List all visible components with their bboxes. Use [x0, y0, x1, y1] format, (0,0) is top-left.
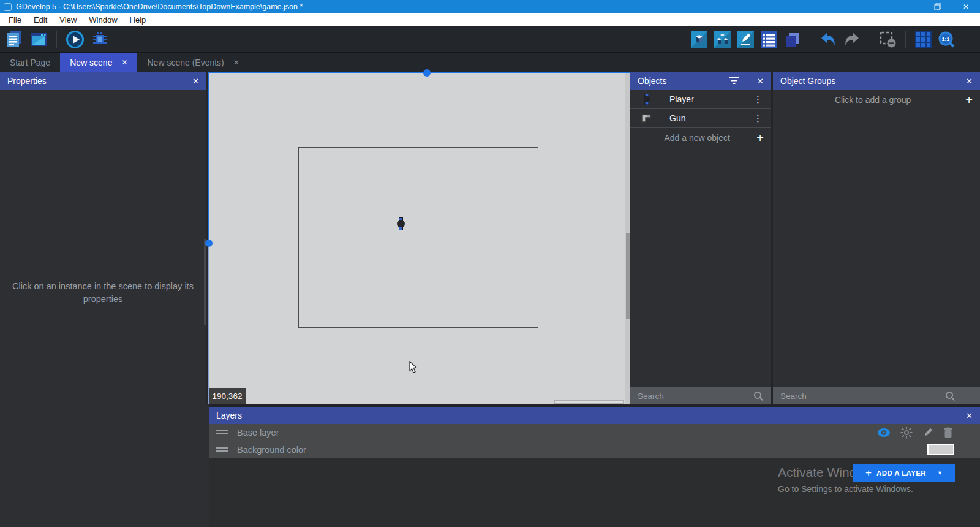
chevron-down-icon[interactable]: ▼	[937, 470, 943, 476]
menu-window[interactable]: Window	[83, 13, 123, 26]
project-manager-button[interactable]	[5, 30, 23, 48]
add-group-label: Click to add a group	[780, 95, 965, 105]
properties-empty-message: Click on an instance in the scene to dis…	[11, 280, 195, 306]
toolbar-separator	[56, 31, 57, 48]
toolbar-separator	[870, 31, 870, 48]
properties-close-icon[interactable]: ✕	[192, 77, 199, 86]
undo-icon	[820, 31, 837, 48]
layers-close-icon[interactable]: ✕	[966, 411, 973, 420]
edit-pencil-icon[interactable]	[922, 427, 933, 438]
project-manager-icon	[5, 30, 23, 48]
resize-handle-left[interactable]	[205, 240, 213, 247]
add-layer-button[interactable]: + ADD A LAYER ▼	[853, 464, 956, 482]
resize-handle-top[interactable]	[423, 69, 431, 77]
zoom-1-1-icon: 1:1	[938, 31, 956, 48]
objects-search-input[interactable]	[638, 392, 753, 401]
toggle-grid-button[interactable]	[915, 31, 932, 48]
object-row-gun[interactable]: Gun ⋮	[630, 109, 771, 128]
object-name: Player	[658, 94, 751, 104]
menu-bar: File Edit View Window Help	[0, 13, 980, 26]
canvas-horizontal-scrollbar[interactable]	[554, 400, 624, 404]
layers-panel: Layers ✕ Base layer	[209, 404, 980, 527]
toolbar-separator	[810, 31, 810, 48]
undo-button[interactable]	[820, 31, 837, 48]
toggle-object-groups-panel-button[interactable]	[714, 31, 731, 48]
canvas-vscroll-thumb[interactable]	[626, 233, 630, 319]
object-menu-icon[interactable]: ⋮	[751, 113, 765, 124]
effects-icon[interactable]	[900, 427, 913, 439]
menu-edit[interactable]: Edit	[28, 13, 53, 26]
canvas-vertical-scrollbar[interactable]	[625, 73, 630, 404]
zoom-original-button[interactable]: 1:1	[938, 31, 956, 48]
main-toolbar: 1:1	[0, 26, 980, 52]
clear-selection-button[interactable]	[880, 31, 896, 48]
game-window-frame	[298, 147, 538, 328]
preview-window-icon	[29, 30, 48, 48]
toggle-instances-list-button[interactable]	[761, 31, 777, 48]
drag-handle-icon[interactable]	[216, 430, 228, 434]
toggle-properties-panel-button[interactable]	[737, 31, 754, 48]
tab-close-icon[interactable]: ✕	[121, 58, 127, 67]
debug-button[interactable]	[91, 30, 109, 48]
restore-button[interactable]	[924, 0, 952, 13]
object-row-player[interactable]: Player ⋮	[630, 90, 771, 109]
tab-label: New scene (Events)	[147, 58, 224, 67]
groups-search-input[interactable]	[780, 392, 945, 401]
minimize-icon	[907, 7, 913, 7]
object-menu-icon[interactable]: ⋮	[751, 94, 765, 105]
menu-view[interactable]: View	[53, 13, 83, 26]
layers-panel-title: Layers	[216, 411, 959, 420]
delete-trash-icon[interactable]	[943, 427, 953, 438]
play-preview-button[interactable]	[66, 30, 85, 49]
instances-list-icon	[761, 31, 777, 48]
add-object-label: Add a new object	[638, 133, 756, 143]
scene-editor-canvas[interactable]	[206, 72, 630, 404]
add-group-row[interactable]: Click to add a group +	[773, 90, 980, 109]
gdevelop-window: GDevelop 5 - C:\Users\Sparkle\OneDrive\D…	[0, 0, 980, 527]
properties-panel-icon	[737, 31, 754, 48]
objects-panel: Objects ✕ Player ⋮	[630, 72, 771, 404]
minimize-button[interactable]	[895, 0, 924, 13]
app-icon	[4, 3, 12, 11]
player-instance[interactable]	[397, 217, 405, 231]
close-button[interactable]: ✕	[952, 0, 980, 13]
layer-row-background[interactable]: Background color	[209, 441, 980, 458]
tab-new-scene-events[interactable]: New scene (Events) ✕	[137, 53, 249, 72]
redo-button[interactable]	[843, 31, 861, 48]
tab-start-page[interactable]: Start Page	[0, 53, 60, 72]
visibility-eye-icon[interactable]	[877, 428, 891, 438]
search-icon	[753, 391, 764, 401]
add-object-plus-icon[interactable]: +	[756, 132, 764, 144]
search-icon	[945, 391, 956, 401]
objects-panel-title: Objects	[638, 76, 729, 86]
layer-row-base[interactable]: Base layer	[209, 424, 980, 441]
toolbar-separator	[905, 31, 906, 48]
toggle-layers-panel-button[interactable]	[784, 31, 801, 48]
add-object-row[interactable]: Add a new object +	[630, 128, 771, 147]
layer-actions	[877, 427, 973, 439]
toggle-objects-panel-button[interactable]	[691, 31, 707, 48]
properties-panel-header: Properties ✕	[0, 72, 206, 90]
tab-new-scene[interactable]: New scene ✕	[60, 53, 137, 72]
menu-file[interactable]: File	[2, 13, 28, 26]
object-groups-close-icon[interactable]: ✕	[966, 77, 973, 86]
restore-icon	[934, 3, 941, 10]
object-groups-panel-header: Object Groups ✕	[773, 72, 980, 90]
preview-window-button[interactable]	[29, 30, 48, 48]
object-name: Gun	[658, 113, 751, 123]
background-color-swatch[interactable]	[927, 444, 954, 455]
groups-search-bar	[773, 387, 980, 404]
filter-icon[interactable]	[729, 77, 739, 85]
drag-handle-icon[interactable]	[216, 447, 228, 452]
mouse-cursor	[409, 361, 418, 374]
player-thumbnail	[641, 94, 652, 105]
objects-close-icon[interactable]: ✕	[757, 77, 764, 86]
tab-close-icon[interactable]: ✕	[233, 58, 239, 67]
layer-name: Background color	[237, 445, 927, 455]
menu-help[interactable]: Help	[124, 13, 153, 26]
add-group-plus-icon[interactable]: +	[965, 94, 973, 106]
close-icon: ✕	[963, 2, 969, 11]
objects-search-bar	[630, 387, 771, 404]
player-sprite-bottom	[399, 227, 403, 230]
selection-border-left	[208, 72, 209, 243]
